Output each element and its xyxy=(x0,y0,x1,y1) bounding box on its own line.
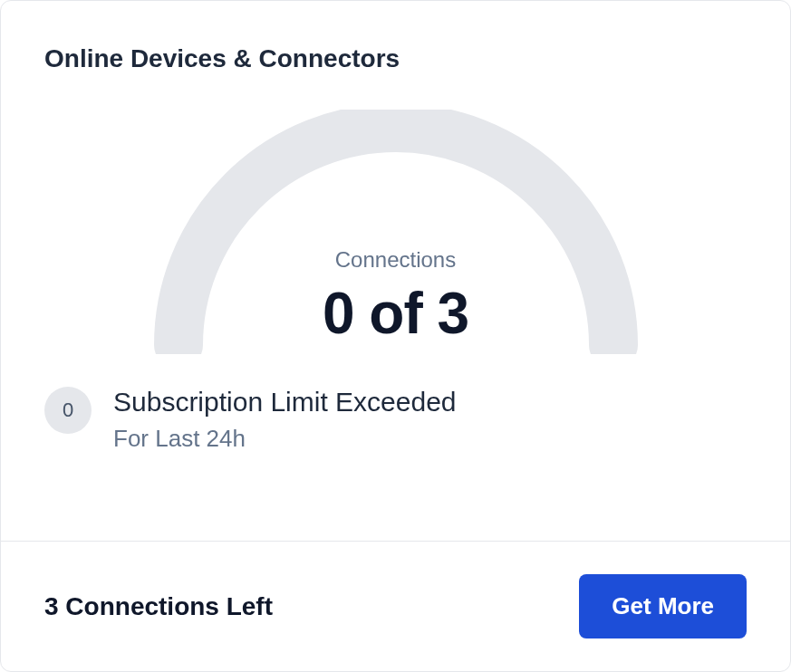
connections-left-text: 3 Connections Left xyxy=(44,592,273,621)
status-subtitle: For Last 24h xyxy=(113,425,457,453)
get-more-button[interactable]: Get More xyxy=(579,574,747,638)
status-title: Subscription Limit Exceeded xyxy=(113,387,457,418)
card-footer: 3 Connections Left Get More xyxy=(1,541,790,671)
gauge-label: Connections xyxy=(323,247,468,273)
card-main: Online Devices & Connectors Connections … xyxy=(1,1,790,541)
gauge-container: Connections 0 of 3 xyxy=(44,110,747,354)
status-badge: 0 xyxy=(44,387,92,434)
status-row: 0 Subscription Limit Exceeded For Last 2… xyxy=(44,387,747,453)
gauge-value: 0 of 3 xyxy=(323,280,468,347)
status-text-group: Subscription Limit Exceeded For Last 24h xyxy=(113,387,457,453)
connections-card: Online Devices & Connectors Connections … xyxy=(0,0,791,672)
gauge-center: Connections 0 of 3 xyxy=(323,247,468,347)
card-title: Online Devices & Connectors xyxy=(44,44,747,73)
